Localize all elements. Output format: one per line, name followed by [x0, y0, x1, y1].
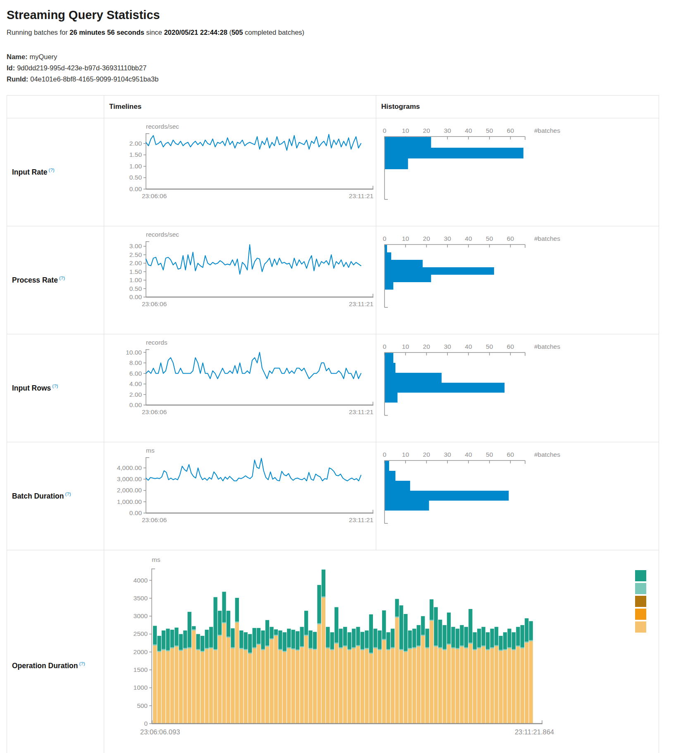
svg-text:4,000.00: 4,000.00	[117, 464, 142, 471]
batch-duration-label: Batch Duration	[12, 492, 64, 500]
input-rows-timeline-cell: records0.002.004.006.008.0010.0023:06:06…	[104, 334, 376, 442]
svg-text:0.00: 0.00	[129, 401, 142, 408]
operation-duration-label: Operation Duration	[12, 662, 78, 670]
svg-text:#batches: #batches	[534, 235, 560, 242]
input-rows-histogram-cell: 0102030405060#batches	[376, 334, 659, 442]
svg-text:60: 60	[507, 451, 514, 458]
completed-batches-count: 505	[232, 29, 243, 36]
batch-duration-help-icon[interactable]: (?)	[65, 492, 71, 496]
svg-text:50: 50	[486, 235, 493, 242]
legend-swatch	[635, 570, 646, 581]
svg-text:ms: ms	[152, 556, 160, 563]
query-runid-label: RunId:	[7, 75, 28, 83]
query-name-label: Name:	[7, 53, 27, 60]
row-label-operation-duration: Operation Duration(?)	[7, 550, 104, 753]
svg-text:50: 50	[486, 127, 493, 134]
legend-swatch	[635, 609, 646, 620]
svg-text:30: 30	[444, 127, 452, 134]
table-row-input-rows: Input Rows(?) records0.002.004.006.008.0…	[7, 334, 659, 442]
legend-swatch	[635, 621, 646, 633]
svg-text:0.00: 0.00	[129, 293, 142, 300]
input-rate-label: Input Rate	[12, 168, 48, 176]
since-text: since	[144, 29, 164, 36]
header-timelines: Timelines	[104, 95, 376, 118]
svg-text:30: 30	[444, 343, 452, 350]
row-label-process-rate: Process Rate(?)	[7, 226, 104, 334]
svg-text:10: 10	[402, 235, 409, 242]
svg-text:1500: 1500	[134, 666, 148, 673]
running-duration: 26 minutes 56 seconds	[69, 29, 144, 36]
svg-text:2,000.00: 2,000.00	[117, 487, 142, 494]
svg-text:2.50: 2.50	[129, 251, 142, 258]
running-prefix: Running batches for	[7, 29, 69, 36]
svg-text:1000: 1000	[134, 684, 148, 691]
table-row-operation-duration: Operation Duration(?) ms0500100015002000…	[7, 550, 659, 753]
svg-text:30: 30	[444, 235, 452, 242]
svg-text:50: 50	[486, 451, 493, 458]
query-runid-row: RunId:04e101e6-8bf8-4165-9099-9104c951ba…	[7, 74, 693, 85]
svg-text:3,000.00: 3,000.00	[117, 475, 142, 482]
svg-text:40: 40	[465, 451, 472, 458]
input-rate-help-icon[interactable]: (?)	[49, 168, 55, 173]
svg-text:40: 40	[465, 235, 472, 242]
query-id-row: Id:9d0dd219-995d-423e-b97d-36931110bb27	[7, 62, 693, 74]
process-rate-histogram-cell: 0102030405060#batches	[376, 226, 659, 334]
process-rate-label: Process Rate	[12, 276, 58, 284]
svg-text:3000: 3000	[134, 612, 148, 619]
batch-duration-timeline-chart: ms0.001,000.002,000.003,000.004,000.0023…	[107, 447, 376, 535]
svg-text:60: 60	[507, 343, 514, 350]
svg-text:1.00: 1.00	[129, 163, 142, 170]
svg-text:#batches: #batches	[534, 127, 560, 134]
svg-text:#batches: #batches	[534, 451, 560, 458]
input-rows-help-icon[interactable]: (?)	[52, 384, 58, 388]
svg-text:20: 20	[423, 451, 430, 458]
svg-text:20: 20	[423, 235, 430, 242]
table-row-process-rate: Process Rate(?) records/sec0.000.501.001…	[7, 226, 659, 334]
operation-duration-help-icon[interactable]: (?)	[79, 661, 85, 666]
process-rate-help-icon[interactable]: (?)	[59, 276, 65, 281]
operation-duration-cell: ms0500100015002000250030003500400023:06:…	[104, 550, 659, 753]
svg-text:40: 40	[465, 127, 472, 134]
input-rows-timeline-chart: records0.002.004.006.008.0010.0023:06:06…	[107, 339, 376, 427]
completed-batches-suffix: completed batches)	[243, 29, 304, 36]
svg-text:8.00: 8.00	[129, 359, 142, 366]
svg-text:0.00: 0.00	[129, 185, 142, 192]
legend-swatch	[635, 583, 646, 594]
svg-text:0: 0	[383, 127, 387, 134]
svg-text:10.00: 10.00	[126, 348, 142, 355]
query-name-value: myQuery	[29, 53, 57, 60]
input-rate-histogram-cell: 0102030405060#batches	[376, 118, 659, 226]
table-row-batch-duration: Batch Duration(?) ms0.001,000.002,000.00…	[7, 442, 659, 550]
query-meta: Name:myQuery Id:9d0dd219-995d-423e-b97d-…	[7, 51, 693, 85]
header-empty	[7, 95, 104, 118]
table-header-row: Timelines Histograms	[7, 95, 659, 118]
query-id-value: 9d0dd219-995d-423e-b97d-36931110bb27	[17, 64, 146, 72]
svg-text:23:11:21: 23:11:21	[349, 300, 373, 307]
svg-text:23:06:06: 23:06:06	[142, 300, 167, 307]
batch-duration-histogram-chart: 0102030405060#batches	[379, 447, 659, 535]
svg-text:3.00: 3.00	[129, 242, 142, 249]
svg-text:2.00: 2.00	[129, 391, 142, 398]
input-rows-histogram-chart: 0102030405060#batches	[379, 339, 659, 427]
row-label-input-rate: Input Rate(?)	[7, 118, 104, 226]
svg-text:0.50: 0.50	[129, 174, 142, 181]
operation-duration-chart: ms0500100015002000250030003500400023:06:…	[112, 556, 659, 748]
svg-text:records: records	[146, 339, 167, 346]
svg-text:30: 30	[444, 451, 452, 458]
svg-text:4000: 4000	[134, 576, 148, 583]
svg-text:0.50: 0.50	[129, 285, 142, 292]
svg-text:23:11:21: 23:11:21	[349, 516, 373, 523]
svg-text:#batches: #batches	[534, 343, 560, 350]
input-rows-label: Input Rows	[12, 384, 51, 392]
svg-text:50: 50	[486, 343, 493, 350]
header-histograms: Histograms	[376, 95, 659, 118]
operation-duration-legend	[635, 570, 646, 633]
svg-text:20: 20	[423, 343, 430, 350]
svg-text:2.00: 2.00	[129, 139, 142, 146]
svg-text:23:06:06: 23:06:06	[142, 408, 167, 415]
svg-text:500: 500	[137, 702, 148, 709]
svg-text:10: 10	[402, 343, 409, 350]
svg-text:20: 20	[423, 127, 430, 134]
svg-text:2000: 2000	[134, 648, 148, 655]
svg-text:1.50: 1.50	[129, 151, 142, 158]
